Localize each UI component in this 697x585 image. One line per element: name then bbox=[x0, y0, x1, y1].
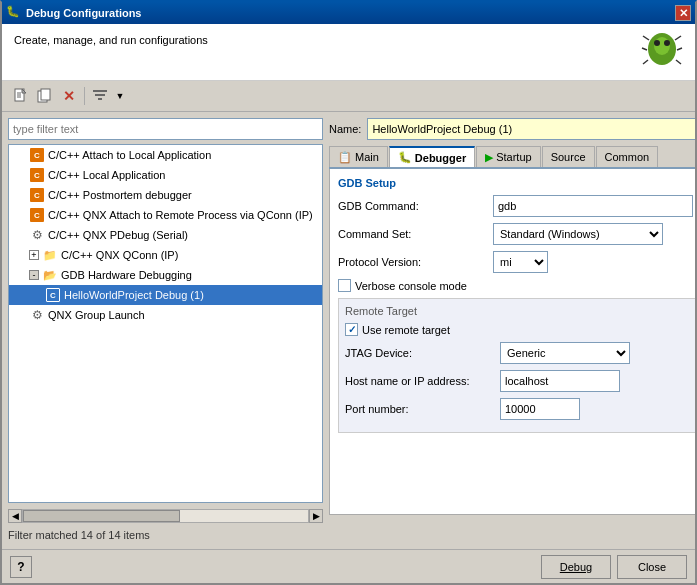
folder-icon: 📁 bbox=[42, 247, 58, 263]
title-bar: 🐛 Debug Configurations ✕ bbox=[2, 2, 695, 24]
verbose-checkbox[interactable] bbox=[338, 279, 351, 292]
common-tab-label: Common bbox=[605, 151, 650, 163]
filter-input[interactable] bbox=[8, 118, 323, 140]
panel-content: GDB Setup GDB Command: Browse... Variabl… bbox=[329, 169, 695, 515]
verbose-console-row: Verbose console mode bbox=[338, 279, 695, 292]
debugger-tab-icon: 🐛 bbox=[398, 151, 412, 164]
name-label: Name: bbox=[329, 123, 361, 135]
tree-item-postmortem[interactable]: C C/C++ Postmortem debugger bbox=[9, 185, 322, 205]
port-input[interactable] bbox=[500, 398, 580, 420]
svg-rect-19 bbox=[98, 98, 102, 100]
window-header: Create, manage, and run configurations bbox=[2, 24, 695, 81]
port-label: Port number: bbox=[345, 403, 500, 415]
c-icon-hw: C bbox=[45, 287, 61, 303]
tree-item-hello-world[interactable]: C HelloWorldProject Debug (1) bbox=[9, 285, 322, 305]
left-panel: C C/C++ Attach to Local Application C C/… bbox=[8, 118, 323, 543]
debug-button[interactable]: Debug bbox=[541, 555, 611, 579]
remote-target-section: Remote Target ✓ Use remote target JTAG D… bbox=[338, 298, 695, 433]
close-window-button[interactable]: ✕ bbox=[675, 5, 691, 21]
svg-rect-17 bbox=[93, 90, 107, 92]
svg-point-1 bbox=[654, 37, 670, 55]
apply-revert-buttons: Apply Revert bbox=[329, 515, 695, 543]
tree-item-qnx-attach[interactable]: C C/C++ QNX Attach to Remote Process via… bbox=[9, 205, 322, 225]
c-icon: C bbox=[29, 147, 45, 163]
main-content: C C/C++ Attach to Local Application C C/… bbox=[2, 112, 695, 549]
startup-tab-icon: ▶ bbox=[485, 151, 493, 164]
tree-item-attach-local[interactable]: C C/C++ Attach to Local Application bbox=[9, 145, 322, 165]
toolbar: ✕ ▼ bbox=[2, 81, 695, 112]
c-icon-4: C bbox=[29, 207, 45, 223]
hostname-row: Host name or IP address: bbox=[345, 370, 695, 392]
svg-line-9 bbox=[676, 60, 681, 64]
filter-status: Filter matched 14 of 14 items bbox=[8, 527, 323, 543]
svg-line-4 bbox=[643, 36, 649, 40]
name-input[interactable] bbox=[367, 118, 695, 140]
bug-logo bbox=[641, 28, 683, 70]
tree-item-pdebug[interactable]: ⚙ C/C++ QNX PDebug (Serial) bbox=[9, 225, 322, 245]
window-title: Debug Configurations bbox=[26, 7, 675, 19]
protocol-version-select[interactable]: mi mi1 mi2 bbox=[493, 251, 548, 273]
command-set-label: Command Set: bbox=[338, 228, 493, 240]
remote-target-title: Remote Target bbox=[345, 305, 695, 317]
collapse-icon[interactable]: - bbox=[29, 270, 39, 280]
footer-buttons: Debug Close bbox=[541, 555, 687, 579]
scroll-track bbox=[22, 509, 309, 523]
use-remote-label: Use remote target bbox=[362, 324, 450, 336]
tree-item-gdb-hardware[interactable]: - 📂 GDB Hardware Debugging bbox=[9, 265, 322, 285]
tab-startup[interactable]: ▶ Startup bbox=[476, 146, 540, 167]
hostname-input[interactable] bbox=[500, 370, 620, 392]
filter-button[interactable] bbox=[89, 85, 111, 107]
filter-dropdown: ▼ bbox=[113, 85, 127, 107]
tree-item-local-app[interactable]: C C/C++ Local Application bbox=[9, 165, 322, 185]
right-panel: Name: 📋 Main 🐛 Debugger ▶ Startup bbox=[329, 118, 695, 543]
tree-container: C C/C++ Attach to Local Application C C/… bbox=[8, 144, 323, 503]
startup-tab-label: Startup bbox=[496, 151, 531, 163]
folder-icon-2: 📂 bbox=[42, 267, 58, 283]
source-tab-label: Source bbox=[551, 151, 586, 163]
gdb-command-input[interactable] bbox=[493, 195, 693, 217]
tree-item-qconn[interactable]: + 📁 C/C++ QNX QConn (IP) bbox=[9, 245, 322, 265]
svg-rect-18 bbox=[95, 94, 105, 96]
delete-button[interactable]: ✕ bbox=[58, 85, 80, 107]
c-icon-2: C bbox=[29, 167, 45, 183]
jtag-label: JTAG Device: bbox=[345, 347, 500, 359]
toolbar-separator bbox=[84, 87, 85, 105]
tree-item-qnx-group[interactable]: ⚙ QNX Group Launch bbox=[9, 305, 322, 325]
duplicate-button[interactable] bbox=[34, 85, 56, 107]
gdb-setup-header: GDB Setup bbox=[338, 177, 695, 189]
filter-options-button[interactable]: ▼ bbox=[113, 85, 127, 107]
use-remote-checkbox[interactable]: ✓ bbox=[345, 323, 358, 336]
close-button[interactable]: Close bbox=[617, 555, 687, 579]
gdb-command-label: GDB Command: bbox=[338, 200, 493, 212]
horizontal-scrollbar[interactable]: ◀ ▶ bbox=[8, 509, 323, 523]
scroll-thumb[interactable] bbox=[23, 510, 180, 522]
svg-line-6 bbox=[642, 48, 647, 50]
gdb-command-row: GDB Command: Browse... Variables... bbox=[338, 195, 695, 217]
scroll-left-btn[interactable]: ◀ bbox=[8, 509, 22, 523]
svg-rect-16 bbox=[41, 89, 50, 100]
tab-main[interactable]: 📋 Main bbox=[329, 146, 388, 167]
help-button[interactable]: ? bbox=[10, 556, 32, 578]
command-set-select[interactable]: Standard (Windows) Standard (Linux) Cygw… bbox=[493, 223, 663, 245]
tabs: 📋 Main 🐛 Debugger ▶ Startup Source Commo… bbox=[329, 146, 695, 169]
scroll-right-btn[interactable]: ▶ bbox=[309, 509, 323, 523]
svg-point-3 bbox=[664, 40, 670, 46]
verbose-label: Verbose console mode bbox=[355, 280, 467, 292]
svg-point-2 bbox=[654, 40, 660, 46]
tab-common[interactable]: Common bbox=[596, 146, 659, 167]
main-tab-label: Main bbox=[355, 151, 379, 163]
svg-line-5 bbox=[675, 36, 681, 40]
gear-icon: ⚙ bbox=[29, 227, 45, 243]
footer: ? Debug Close bbox=[2, 549, 695, 583]
tab-debugger[interactable]: 🐛 Debugger bbox=[389, 146, 475, 167]
jtag-select[interactable]: Generic ARM MIPS bbox=[500, 342, 630, 364]
window-icon: 🐛 bbox=[6, 5, 22, 21]
new-config-button[interactable] bbox=[10, 85, 32, 107]
svg-line-8 bbox=[643, 60, 648, 64]
c-icon-3: C bbox=[29, 187, 45, 203]
svg-line-7 bbox=[677, 48, 682, 50]
tab-source[interactable]: Source bbox=[542, 146, 595, 167]
expand-icon[interactable]: + bbox=[29, 250, 39, 260]
jtag-device-row: JTAG Device: Generic ARM MIPS bbox=[345, 342, 695, 364]
main-tab-icon: 📋 bbox=[338, 151, 352, 164]
